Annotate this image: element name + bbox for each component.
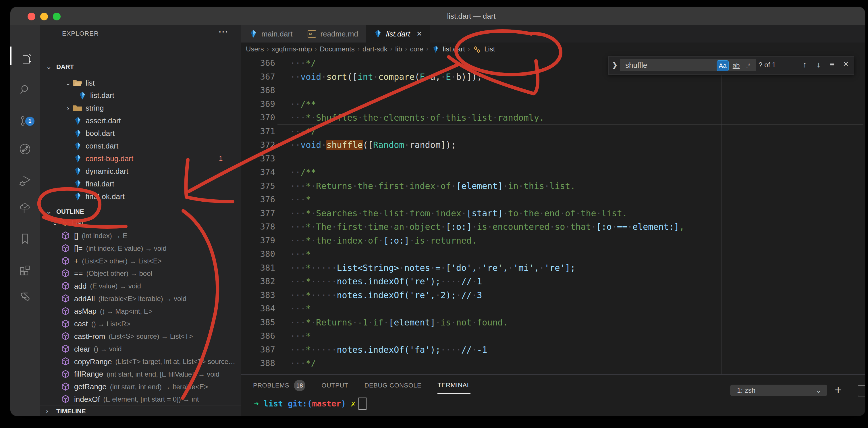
code-line-370[interactable]: 370···*·Shuffles·the·elements·of·this·li… [241, 111, 865, 125]
terminal-shell-select[interactable]: 1: zsh ⌄ [730, 385, 827, 396]
code-line-384[interactable]: 384···* [241, 302, 865, 316]
tab-main.dart[interactable]: main.dart [241, 25, 300, 42]
code-line-371[interactable]: 371···*/ [241, 125, 865, 139]
close-tab-icon[interactable]: ✕ [416, 30, 422, 38]
activity-run-debug-icon[interactable] [10, 168, 40, 193]
token: Searches [316, 208, 358, 218]
split-terminal-icon[interactable] [858, 386, 865, 396]
code-line-386[interactable]: 386···* [241, 329, 865, 343]
code-line-376[interactable]: 376···* [241, 193, 865, 207]
tree-item-const.dart[interactable]: const.dart [40, 140, 241, 153]
activity-source-control-icon[interactable]: 1 [10, 109, 40, 134]
breadcrumb-item-xgqfrms-mbp[interactable]: xgqfrms-mbp [272, 45, 312, 53]
find-previous-icon[interactable]: ↑ [803, 60, 807, 69]
outline-item-add[interactable]: add(E value) → void [40, 280, 241, 293]
outline-root-list[interactable]: ⌄ List [40, 217, 241, 229]
outline-item-addAll[interactable]: addAll(Iterable<E> iterable) → void [40, 293, 241, 305]
code-line-372[interactable]: 372··void·shuffle([Random·random]); [241, 138, 865, 152]
tree-item-dynamic.dart[interactable]: dynamic.dart [40, 165, 241, 178]
breadcrumb-item-Users[interactable]: Users [246, 45, 264, 53]
whitespace-dots: · [404, 222, 409, 232]
panel-tab-problems[interactable]: PROBLEMS18 [253, 380, 305, 395]
tree-item-final.dart[interactable]: final.dart [40, 178, 241, 190]
minimize-window-button[interactable] [40, 13, 48, 21]
terminal-prompt[interactable]: ➜ list git:(master) ✗ [254, 398, 367, 409]
code-line-380[interactable]: 380···* [241, 247, 865, 261]
breadcrumb-item-core[interactable]: core [410, 45, 423, 53]
outline-item-asMap[interactable]: asMap() → Map<int, E> [40, 305, 241, 318]
outline-item-name: []= [74, 244, 83, 253]
explorer-more-actions-icon[interactable]: ⋯ [218, 26, 228, 37]
section-outline[interactable]: ⌄ OUTLINE [40, 206, 241, 218]
code-line-375[interactable]: 375···*·Returns·the·first·index·of·[elem… [241, 179, 865, 193]
code-line-374[interactable]: 374··/** [241, 165, 865, 179]
tree-item-list[interactable]: ⌄list [40, 77, 241, 89]
code-line-381[interactable]: 381···*·····List<String>·notes·=·['do',·… [241, 261, 865, 275]
tree-item-const-bug.dart[interactable]: const-bug.dart1 [40, 152, 241, 165]
code-editor[interactable]: 366···*/367··void·sort([int·compare(E·a,… [241, 56, 865, 374]
breadcrumb-file[interactable]: list.dart [443, 45, 465, 53]
activity-bookmarks-icon[interactable] [10, 226, 40, 252]
panel-tab-output[interactable]: OUTPUT [321, 382, 348, 393]
outline-item-==[interactable]: ==(Object other) → bool [40, 267, 241, 280]
activity-extensions-icon[interactable] [10, 257, 40, 282]
file-tree: ⌄listlist.dart›stringassert.dartbool.dar… [40, 77, 241, 205]
section-timeline[interactable]: › TIMELINE [40, 406, 241, 416]
code-line-382[interactable]: 382···*·····notes.indexOf('re');····//·1 [241, 275, 865, 288]
find-in-selection-icon[interactable]: ≡ [830, 60, 834, 69]
whitespace-dots: · [311, 317, 316, 328]
code-line-385[interactable]: 385···*·Returns·-1·if·[element]·is·not·f… [241, 316, 865, 330]
breadcrumb-symbol[interactable]: List [484, 45, 495, 53]
token: first [337, 222, 363, 232]
activity-testing-icon[interactable] [10, 196, 40, 221]
find-close-icon[interactable]: ✕ [843, 60, 849, 68]
outline-item-copyRange[interactable]: copyRange(List<T> target, int at, List<T… [40, 355, 241, 368]
breadcrumb-item-Documents[interactable]: Documents [320, 45, 354, 53]
tree-item-list.dart[interactable]: list.dart [40, 89, 241, 102]
code-line-373[interactable]: 373 [241, 152, 865, 166]
tree-item-string[interactable]: ›string [40, 102, 241, 115]
outline-item-clear[interactable]: clear() → void [40, 343, 241, 355]
outline-item-cast[interactable]: cast() → List<R> [40, 318, 241, 330]
outline-item-[]=[interactable]: []=(int index, E value) → void [40, 242, 241, 255]
tree-item-assert.dart[interactable]: assert.dart [40, 115, 241, 127]
outline-item-getRange[interactable]: getRange(int start, int end) → Iterable<… [40, 380, 241, 393]
outline-item-[][interactable]: [](int index) → E [40, 230, 241, 242]
breadcrumb-item-lib[interactable]: lib [395, 45, 402, 53]
breadcrumb-item-dart-sdk[interactable]: dart-sdk [363, 45, 388, 53]
activity-explorer-icon[interactable] [10, 47, 40, 72]
outline-item-fillRange[interactable]: fillRange(int start, int end, [E fillVal… [40, 368, 241, 380]
find-expand-icon[interactable]: ❯ [612, 61, 618, 69]
code-line-387[interactable]: 387···*·····notes.indexOf('fa');····//·-… [241, 343, 865, 357]
code-line-377[interactable]: 377···*·Searches·the·list·from·index·[st… [241, 207, 865, 220]
token: */ [306, 58, 316, 68]
maximize-window-button[interactable] [53, 13, 61, 21]
outline-item-castFrom[interactable]: castFrom(List<S> source) → List<T> [40, 330, 241, 343]
panel-tab-terminal[interactable]: TERMINAL [437, 381, 470, 394]
code-line-379[interactable]: 379···*·the·index·of·[:o:]·is·returned. [241, 234, 865, 248]
code-line-383[interactable]: 383···*·····notes.indexOf('re',·2);·//·3 [241, 288, 865, 302]
outline-item-indexOf[interactable]: indexOf(E element, [int start = 0]) → in… [40, 393, 241, 406]
outline-item-+[interactable]: +(List<E> other) → List<E> [40, 255, 241, 268]
code-line-368[interactable]: 368 [241, 84, 865, 97]
outline-divider[interactable] [40, 204, 241, 204]
whole-word-toggle[interactable]: ab [731, 60, 742, 71]
code-line-369[interactable]: 369··/** [241, 97, 865, 111]
find-next-icon[interactable]: ↓ [816, 60, 820, 69]
activity-git-graph-icon[interactable] [10, 137, 40, 162]
panel-tab-label: TERMINAL [437, 381, 470, 389]
tab-list.dart[interactable]: list.dart✕ [366, 25, 430, 42]
code-line-388[interactable]: 388···*/ [241, 357, 865, 370]
match-case-toggle[interactable]: Aa [717, 60, 729, 71]
tree-item-bool.dart[interactable]: bool.dart [40, 127, 241, 140]
activity-gitlens-icon[interactable] [10, 284, 40, 309]
close-window-button[interactable] [28, 13, 35, 21]
tab-readme.md[interactable]: M↓readme.md [300, 25, 366, 42]
new-terminal-button[interactable]: + [835, 383, 842, 397]
code-line-378[interactable]: 378···*·The·first·time·an·object·[:o:]·i… [241, 220, 865, 234]
regex-toggle[interactable]: .* [742, 60, 754, 71]
panel-tab-debug-console[interactable]: DEBUG CONSOLE [365, 382, 421, 393]
activity-search-icon[interactable] [10, 77, 40, 102]
section-dart[interactable]: ⌄ DART [40, 61, 241, 73]
tree-item-final-ok.dart[interactable]: final-ok.dart [40, 190, 241, 203]
